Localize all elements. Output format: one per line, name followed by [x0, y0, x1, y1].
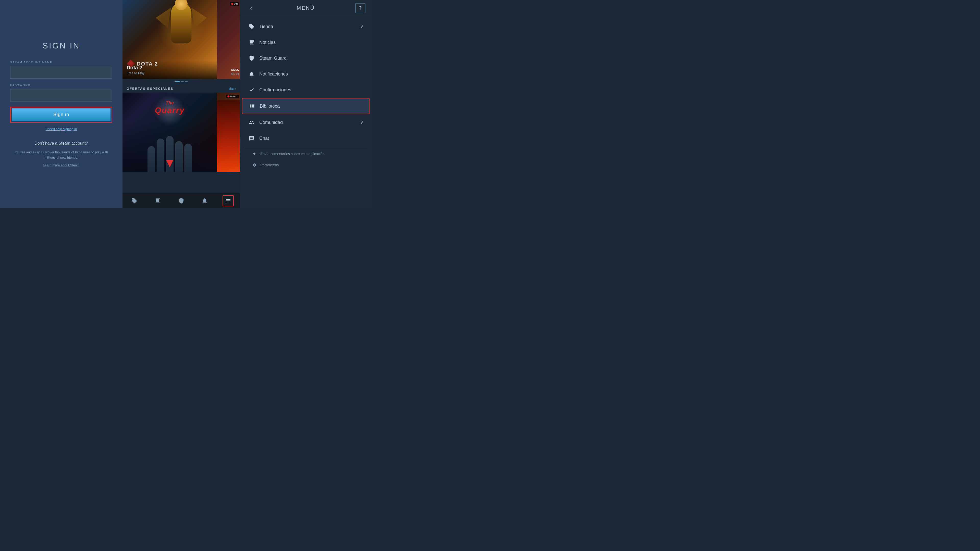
gear-icon	[253, 163, 257, 167]
offer-live-dot	[228, 95, 229, 97]
learn-more-link[interactable]: Learn more about Steam	[43, 163, 80, 167]
newspaper-icon	[155, 198, 161, 204]
newspaper-menu-icon	[249, 40, 255, 45]
menu-sub-params[interactable]: Parámetros	[240, 159, 372, 171]
feedback-label: Envía comentarios sobre esta aplicación	[260, 152, 325, 156]
nav-menu-icon[interactable]	[223, 195, 234, 206]
notificaciones-icon	[248, 70, 255, 78]
nav-bell-icon[interactable]	[199, 195, 210, 206]
bottom-navigation	[123, 193, 240, 208]
offers-more-label: Más	[228, 87, 234, 91]
offers-section: OFERTAS ESPECIALES Más › The Quarry	[123, 84, 240, 193]
menu-icon	[225, 198, 231, 204]
tag-menu-icon	[249, 24, 255, 29]
feedback-icon	[252, 151, 257, 156]
menu-sub-feedback[interactable]: Envía comentarios sobre esta aplicación	[240, 148, 372, 159]
chat-label: Chat	[259, 136, 363, 141]
nav-news-icon[interactable]	[152, 195, 163, 206]
chat-icon	[248, 135, 255, 142]
second-offer-game: DIREC	[217, 93, 240, 171]
carousel-dot-2[interactable]	[181, 81, 184, 82]
noticias-icon	[248, 39, 255, 46]
live-badge-offer: DIREC	[226, 95, 239, 98]
help-signing-in-link[interactable]: I need help signing in	[46, 127, 77, 131]
sign-in-panel: SIGN IN STEAM ACCOUNT NAME PASSWORD Sign…	[0, 0, 123, 208]
comunidad-arrow-icon: ∨	[360, 120, 363, 125]
account-name-group: STEAM ACCOUNT NAME	[10, 61, 112, 79]
create-account-link[interactable]: Don't have a Steam account?	[35, 141, 88, 146]
shield-menu-icon	[249, 56, 255, 61]
featured-game-section[interactable]: DOTA 2 Dota 2 Free to Play DIR ASKA $12.…	[123, 0, 240, 79]
right-wing	[191, 8, 207, 28]
tienda-label: Tienda	[259, 24, 360, 29]
nav-store-icon[interactable]	[129, 195, 140, 206]
sign-in-button[interactable]: Sign in	[12, 108, 110, 121]
menu-item-biblioteca[interactable]: Biblioteca	[242, 98, 369, 114]
menu-item-notificaciones[interactable]: Notificaciones	[242, 66, 369, 82]
steam-guard-icon	[248, 55, 255, 62]
password-group: PASSWORD	[10, 84, 112, 102]
quarry-main-text: Quarry	[127, 106, 212, 115]
second-game-price: $12.49	[231, 73, 239, 76]
grid-menu-icon	[249, 103, 255, 109]
confirmaciones-icon	[248, 86, 255, 94]
quarry-title-area: The Quarry	[127, 100, 212, 115]
live-badge-featured: DIR	[230, 2, 239, 6]
menu-item-noticias[interactable]: Noticias	[242, 35, 369, 50]
hero-wings	[156, 8, 207, 28]
confirmaciones-label: Confirmaciones	[259, 87, 363, 93]
check-menu-icon	[249, 87, 255, 93]
menu-panel: ‹ MENÚ ? Tienda ∨ Noticias	[240, 0, 372, 208]
menu-back-button[interactable]: ‹	[246, 3, 256, 13]
create-account-desc: It's free and easy. Discover thousands o…	[10, 150, 112, 160]
hero-body	[171, 3, 191, 43]
shield-icon	[178, 198, 184, 204]
comunidad-icon	[248, 119, 255, 126]
chat-menu-icon	[249, 135, 255, 141]
char-5	[184, 144, 192, 171]
quarry-the-text: The	[127, 100, 212, 106]
char-4	[175, 141, 183, 171]
tienda-icon	[248, 23, 255, 30]
bell-icon	[202, 198, 208, 204]
biblioteca-label: Biblioteca	[260, 103, 363, 109]
offers-more-link[interactable]: Más ›	[228, 87, 236, 91]
offers-more-arrow: ›	[235, 87, 236, 91]
nav-shield-icon[interactable]	[176, 195, 187, 206]
quarry-game-card[interactable]: The Quarry ▼	[123, 93, 217, 171]
account-name-label: STEAM ACCOUNT NAME	[10, 61, 112, 64]
offers-games-container: The Quarry ▼ DIREC	[123, 93, 240, 171]
menu-help-button[interactable]: ?	[355, 3, 366, 13]
offers-title: OFERTAS ESPECIALES	[127, 87, 173, 91]
carousel-dot-3[interactable]	[185, 81, 188, 82]
account-name-input[interactable]	[10, 66, 112, 79]
menu-items-list: Tienda ∨ Noticias Steam Guard	[240, 16, 372, 208]
store-panel: DOTA 2 Dota 2 Free to Play DIR ASKA $12.…	[123, 0, 240, 208]
speaker-icon	[253, 152, 257, 156]
red-arrow-down: ▼	[164, 157, 176, 169]
flame-bg	[217, 100, 240, 171]
second-featured-game: DIR ASKA $12.49	[217, 0, 240, 79]
left-wing	[156, 8, 171, 28]
char-1	[148, 146, 155, 171]
biblioteca-icon	[248, 103, 256, 110]
people-menu-icon	[249, 120, 255, 125]
offer-live-label: DIREC	[230, 95, 237, 98]
steam-guard-label: Steam Guard	[259, 56, 363, 61]
carousel-dots	[123, 79, 240, 84]
menu-item-comunidad[interactable]: Comunidad ∨	[242, 115, 369, 130]
carousel-dot-1[interactable]	[175, 81, 180, 82]
menu-title: MENÚ	[297, 5, 315, 11]
back-chevron-icon: ‹	[250, 5, 252, 11]
help-icon: ?	[359, 5, 362, 11]
offers-header: OFERTAS ESPECIALES Más ›	[123, 84, 240, 93]
menu-item-tienda[interactable]: Tienda ∨	[242, 19, 369, 34]
menu-item-confirmaciones[interactable]: Confirmaciones	[242, 82, 369, 97]
menu-item-chat[interactable]: Chat	[242, 130, 369, 146]
menu-divider	[244, 147, 368, 147]
sign-in-title: SIGN IN	[42, 41, 80, 51]
live-label: DIR	[234, 3, 238, 5]
password-input[interactable]	[10, 89, 112, 102]
second-game-name: ASKA	[231, 68, 239, 71]
menu-item-steam-guard[interactable]: Steam Guard	[242, 51, 369, 66]
